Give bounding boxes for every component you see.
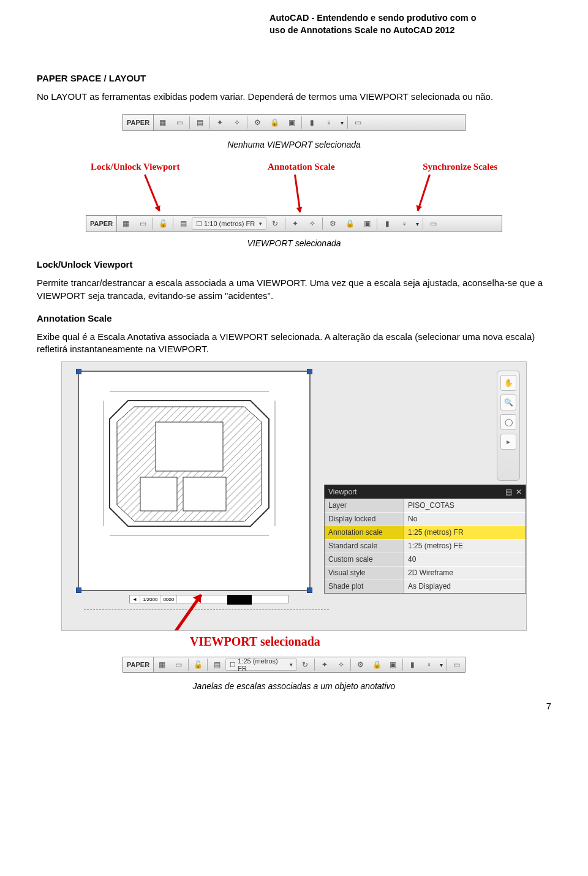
property-value[interactable]: PISO_COTAS [404,499,526,512]
layout-icon[interactable]: ▭ [172,658,185,671]
black-box [227,595,252,605]
property-key: Shade plot [325,580,404,593]
tab-scale[interactable]: 1/2000 [140,595,160,603]
grid-icon[interactable]: ▦ [156,116,169,129]
clean-screen-icon[interactable]: ▭ [450,658,463,671]
separator [189,116,190,129]
grip-handle[interactable] [307,587,312,593]
separator [301,116,302,129]
vp-scale-dropdown[interactable]: ☐ 1:25 (metros) FR [225,659,296,671]
separator [188,659,189,671]
scale-ruler-icon: ☐ [230,661,236,669]
vp-scale-dropdown[interactable]: ☐ 1:10 (metros) FR [192,217,266,230]
final-caption: Janelas de escalas associadas a um objet… [37,681,551,691]
grip-handle[interactable] [76,369,81,374]
hardware-accel-icon[interactable]: ▮ [380,217,394,230]
workspace-gear-icon[interactable]: ⚙ [251,116,264,129]
property-row[interactable]: Standard scale1:25 (metros) FE [325,539,526,553]
annotation-visibility-icon[interactable]: ✦ [288,217,302,230]
close-icon[interactable]: ✕ [516,488,522,496]
property-row[interactable]: Annotation scale1:25 (metros) FR [325,526,526,539]
isolate-icon[interactable]: ♀ [322,116,336,129]
sync-scales-icon[interactable]: ↻ [268,217,282,230]
orbit-icon[interactable]: ◯ [500,414,516,430]
paper-button[interactable]: PAPER [123,115,154,130]
property-row[interactable]: Shade plotAs Displayed [325,580,526,593]
callout-sync-label: Synchronize Scales [423,162,497,172]
callout-lock-label: Lock/Unlock Viewport [91,162,179,172]
lock-icon[interactable]: 🔒 [268,116,281,129]
property-key: Custom scale [325,553,404,566]
property-value[interactable]: 1:25 (metros) FR [404,526,526,539]
workspace-gear-icon[interactable]: ⚙ [326,217,339,230]
para-anno: Exibe qual é a Escala Anotativa associad… [37,331,551,356]
separator [423,217,423,230]
grip-handle[interactable] [76,587,81,593]
property-key: Standard scale [325,539,404,553]
isolate-icon[interactable]: ♀ [423,658,435,671]
grid-icon[interactable]: ▦ [119,217,132,230]
screen-icon[interactable]: ▣ [387,658,400,671]
annotation-auto-add-icon[interactable]: ✧ [306,217,319,230]
header-line-1: AutoCAD - Entendendo e sendo produtivo c… [270,12,551,25]
hardware-accel-icon[interactable]: ▮ [305,116,318,129]
layout-icon[interactable]: ▭ [173,116,186,129]
isolate-icon[interactable]: ♀ [398,217,411,230]
separator [247,116,247,129]
grip-handle[interactable] [307,369,312,374]
lock-viewport-icon[interactable]: 🔓 [192,658,205,671]
status-bar-viewport-selected: PAPER ▦ ▭ 🔓 ▤ ☐ 1:10 (metros) FR ↻ ✦ ✧ ⚙… [86,215,502,232]
annotation-visibility-icon[interactable]: ✦ [318,658,331,671]
tab-num[interactable]: 0000 [160,595,177,603]
caption-no-viewport: Nenhuma VIEWPORT selecionada [37,140,551,149]
screen-icon[interactable]: ▣ [360,217,374,230]
property-value[interactable]: As Displayed [404,580,526,593]
property-value[interactable]: 1:25 (metros) FE [404,539,526,553]
pan-icon[interactable]: ✋ [500,375,516,391]
screen-icon[interactable]: ▣ [285,116,298,129]
heading-annotation-scale: Annotation Scale [37,313,551,323]
toolbar-dropdown-icon[interactable]: ▾ [437,658,445,671]
property-row[interactable]: LayerPISO_COTAS [325,499,526,512]
annotation-auto-add-icon[interactable]: ✧ [334,658,347,671]
toolbar-dropdown-icon[interactable]: ▾ [337,116,346,129]
red-arrow-icon [144,175,160,211]
svg-rect-3 [140,477,177,511]
separator [209,116,210,129]
lock-icon[interactable]: 🔒 [371,658,383,671]
tab-arrow[interactable]: ◄ [130,595,140,603]
workspace-gear-icon[interactable]: ⚙ [354,658,367,671]
clean-screen-icon[interactable]: ▭ [351,116,364,129]
quick-select-icon[interactable]: ▤ [505,488,512,496]
property-row[interactable]: Display lockedNo [325,512,526,526]
lock-viewport-icon[interactable]: 🔓 [156,217,170,230]
hardware-accel-icon[interactable]: ▮ [406,658,419,671]
lock-icon[interactable]: 🔒 [343,217,356,230]
status-bar-no-viewport: PAPER ▦ ▭ ▤ ✦ ✧ ⚙ 🔒 ▣ ▮ ♀ ▾ ▭ [123,114,466,131]
floor-plan-drawing [97,385,281,551]
quickview-icon[interactable]: ▤ [193,116,206,129]
property-value[interactable]: 40 [404,553,526,566]
viewport-selected-red-label: VIEWPORT selecionada [190,635,527,649]
annotation-visibility-icon[interactable]: ✦ [213,116,227,129]
annotation-auto-add-icon[interactable]: ✧ [230,116,244,129]
showmotion-icon[interactable]: ▸ [500,434,516,450]
grid-icon[interactable]: ▦ [156,658,168,671]
paper-button[interactable]: PAPER [123,657,154,672]
layout-icon[interactable]: ▭ [136,217,149,230]
quickview-icon[interactable]: ▤ [176,217,190,230]
toolbar-dropdown-icon[interactable]: ▾ [413,217,421,230]
separator [350,659,351,671]
properties-panel-header: Viewport ▤ ✕ [325,485,526,499]
sync-scales-icon[interactable]: ↻ [299,658,312,671]
quickview-icon[interactable]: ▤ [211,658,224,671]
property-value[interactable]: 2D Wireframe [404,566,526,580]
zoom-icon[interactable]: 🔍 [500,395,516,410]
paper-button[interactable]: PAPER [86,216,117,232]
property-row[interactable]: Custom scale40 [325,553,526,566]
separator [402,659,403,671]
status-bar-bottom: PAPER ▦ ▭ 🔓 ▤ ☐ 1:25 (metros) FR ↻ ✦ ✧ ⚙… [123,657,466,673]
clean-screen-icon[interactable]: ▭ [426,217,440,230]
property-row[interactable]: Visual style2D Wireframe [325,566,526,580]
property-value[interactable]: No [404,512,526,526]
